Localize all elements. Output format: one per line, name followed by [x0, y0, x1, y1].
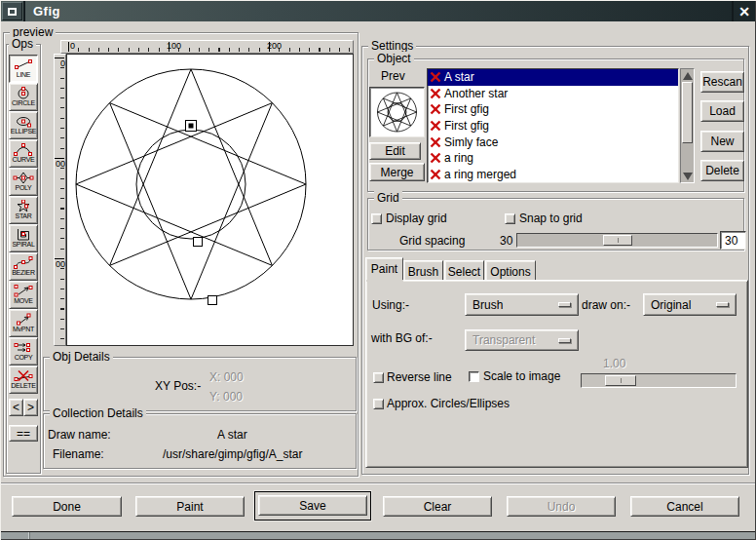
collection-details-frame: Collection Details Draw name: A star Fil…	[43, 413, 357, 469]
selected-control-point	[186, 121, 197, 132]
tool-bezier-button[interactable]: BEZIER	[9, 252, 38, 281]
object-preview-thumbnail	[369, 87, 425, 137]
approx-circles-checkbox[interactable]	[373, 399, 384, 409]
reverse-line-label: Reverse line	[387, 370, 452, 384]
control-point	[194, 238, 203, 247]
x-pos-value: X: 000	[209, 370, 244, 384]
grid-spacing-entry[interactable]: 30	[720, 231, 746, 250]
spiral-icon	[13, 228, 34, 241]
tool-ellipse-button[interactable]: ELLIPSE	[9, 111, 38, 139]
display-grid-checkbox[interactable]	[371, 213, 382, 224]
new-button[interactable]: New	[700, 131, 744, 152]
curve-icon	[13, 143, 34, 156]
vruler-label-200: 200	[56, 259, 65, 269]
bg-dropdown[interactable]: Transparent	[465, 329, 579, 351]
object-x-icon	[430, 169, 441, 180]
using-label: Using:-	[372, 298, 409, 312]
tool-copy-button[interactable]: COPY	[9, 337, 38, 366]
tool-line-button[interactable]: LINE	[9, 55, 38, 83]
tool-star-button[interactable]: STAR	[9, 196, 38, 224]
save-button[interactable]: Save	[258, 495, 367, 516]
grid-spacing-slider[interactable]	[516, 233, 718, 248]
ops-frame-label: Ops	[9, 37, 36, 51]
tool-move-button[interactable]: MOVE	[9, 281, 38, 309]
prev-object-button[interactable]: <	[9, 399, 23, 416]
dropdown-indicator-icon	[716, 302, 729, 307]
cancel-button[interactable]: Cancel	[630, 496, 739, 517]
object-list-scrollbar[interactable]	[680, 68, 695, 183]
scale-slider-handle[interactable]	[605, 375, 636, 386]
vertical-ruler: 0 100 200	[54, 54, 66, 346]
horizontal-ruler: 0 100 200	[60, 40, 354, 54]
action-separator	[1, 482, 755, 484]
show-all-button[interactable]: ==	[9, 425, 38, 442]
tab-select[interactable]: Select	[444, 260, 484, 281]
using-dropdown[interactable]: Brush	[465, 293, 579, 316]
titlebar-divider	[23, 1, 25, 21]
object-x-icon	[430, 103, 441, 115]
tab-options[interactable]: Options	[485, 260, 536, 281]
tool-delete-button[interactable]: DELETE	[9, 366, 38, 394]
copy-icon	[13, 341, 34, 354]
scroll-up-arrow[interactable]	[682, 70, 693, 81]
tool-poly-button[interactable]: POLY	[9, 168, 38, 196]
obj-details-label: Obj Details	[50, 350, 113, 364]
merge-button[interactable]: Merge	[369, 163, 425, 181]
close-icon: ✕	[738, 4, 750, 19]
titlebar[interactable]: Gfig ✕	[1, 1, 755, 21]
grid-spacing-handle[interactable]	[603, 235, 632, 246]
filename-value: /usr/share/gimp/gfig/A_star	[163, 447, 302, 461]
hruler-label-200: 200	[267, 41, 282, 51]
drawing-canvas[interactable]	[66, 54, 354, 346]
scale-value-label: 1.00	[603, 357, 625, 370]
clear-button[interactable]: Clear	[383, 496, 492, 517]
edit-button[interactable]: Edit	[369, 142, 421, 160]
object-x-icon	[430, 120, 441, 132]
object-list[interactable]: A star Another star First gfig First gfi…	[427, 68, 679, 183]
scroll-down-arrow[interactable]	[682, 171, 693, 181]
snap-to-grid-label: Snap to grid	[519, 212, 583, 225]
hruler-label-0: 0	[70, 41, 75, 51]
list-item[interactable]: A star	[428, 69, 678, 86]
list-item[interactable]: a ring merged	[428, 167, 678, 183]
load-button[interactable]: Load	[700, 100, 744, 122]
prev-label: Prev	[381, 69, 405, 83]
scrollbar-thumb[interactable]	[682, 82, 693, 143]
undo-button[interactable]: Undo	[507, 496, 616, 517]
window-title: Gfig	[33, 4, 60, 19]
next-object-button[interactable]: >	[23, 399, 38, 416]
list-item[interactable]: First gfig	[428, 118, 678, 135]
tab-paint[interactable]: Paint	[365, 257, 403, 281]
tool-mvpnt-button[interactable]: MvPNT	[9, 309, 38, 337]
grid-spacing-min: 30	[500, 234, 512, 248]
object-x-icon	[430, 71, 441, 83]
tool-circle-button[interactable]: CIRCLE	[9, 83, 38, 111]
tool-curve-button[interactable]: CURVE	[9, 139, 38, 168]
draw-on-dropdown[interactable]: Original	[643, 293, 737, 316]
draw-name-label: Draw name:	[48, 428, 111, 442]
rescan-button[interactable]: Rescan	[700, 71, 744, 93]
delete-button[interactable]: Delete	[700, 160, 744, 181]
mvpnt-icon	[13, 313, 34, 326]
scale-slider[interactable]	[581, 373, 737, 388]
object-x-icon	[430, 88, 441, 99]
star-icon	[13, 200, 34, 212]
list-item[interactable]: First gfig	[428, 101, 678, 118]
iconify-button[interactable]	[2, 2, 22, 20]
tool-spiral-button[interactable]: SPIRAL	[9, 224, 38, 252]
list-item[interactable]: Another star	[428, 86, 678, 102]
object-x-icon	[430, 136, 441, 148]
object-x-icon	[430, 152, 441, 164]
tab-brush[interactable]: Brush	[403, 260, 443, 281]
reverse-line-checkbox[interactable]	[373, 372, 384, 383]
draw-on-label: draw on:-	[582, 298, 630, 312]
star-figure	[67, 55, 353, 345]
done-button[interactable]: Done	[12, 496, 122, 517]
collection-details-label: Collection Details	[50, 406, 146, 420]
close-button[interactable]: ✕	[732, 1, 755, 21]
scale-to-image-checkbox[interactable]	[469, 371, 479, 382]
list-item[interactable]: Simly face	[428, 134, 678, 150]
list-item[interactable]: a ring	[428, 150, 678, 167]
snap-to-grid-checkbox[interactable]	[505, 213, 515, 224]
paint-button[interactable]: Paint	[135, 496, 245, 517]
